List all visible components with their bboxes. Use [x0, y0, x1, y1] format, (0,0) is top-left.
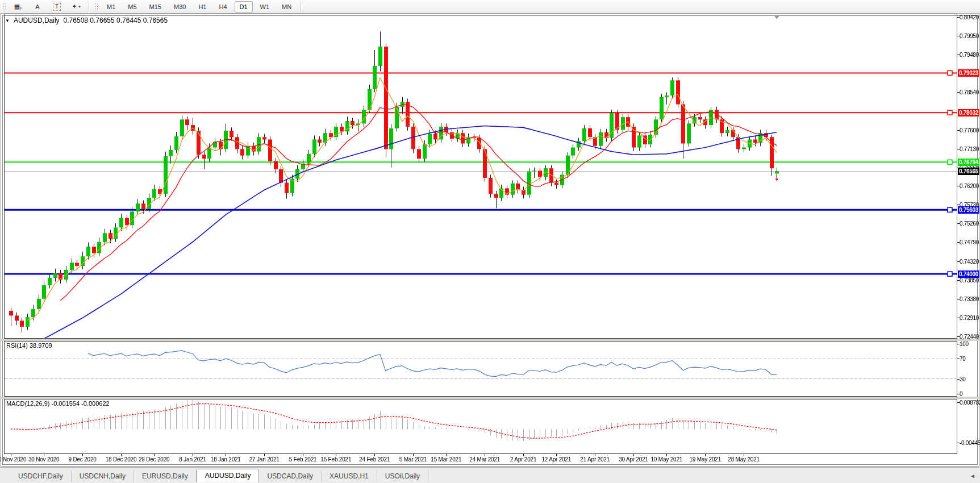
date-label: 15 Feb 2021	[320, 456, 351, 463]
date-label: 18 Jan 2021	[211, 456, 241, 463]
level-price-box[interactable]: 0.74000	[958, 270, 979, 278]
price-tick-label: 0.79950	[960, 33, 979, 39]
mt4-workspace: ▦FAT✦▾M1M5M15M30H1H4D1W1MN ▼ AUDUSD,Dail…	[0, 0, 980, 483]
rsi-tick-label: 70	[960, 356, 966, 362]
chart-symbol-period: AUDUSD,Daily	[14, 16, 60, 24]
tab-usdchf-daily[interactable]: USDCHF,Daily	[10, 470, 72, 482]
price-tick-label: 0.77130	[960, 145, 979, 152]
toolbar-separator	[89, 2, 90, 12]
tab-usdcad-daily[interactable]: USDCAD,Daily	[259, 470, 322, 482]
date-label: 18 Dec 2020	[106, 456, 137, 463]
price-tick-label: 0.75260	[960, 220, 979, 227]
tab-usdcnh-daily[interactable]: USDCNH,Daily	[72, 470, 134, 482]
price-tick-label: 0.72910	[960, 314, 979, 320]
chart-canvas[interactable]	[0, 0, 980, 483]
macd-tick-label: 0.008782	[960, 399, 980, 406]
chart-ohlc-values: 0.76508 0.76655 0.76445 0.76565	[64, 16, 168, 24]
rsi-tick-label: 30	[960, 376, 966, 382]
current-price-box: 0.76565	[958, 168, 979, 175]
rsi-tick-label: 0	[960, 391, 962, 397]
tab-scroll-left-icon[interactable]: ◄	[970, 473, 975, 479]
timeframe-button-h4[interactable]: H4	[214, 1, 232, 13]
price-tick-label: 0.77600	[960, 127, 979, 133]
date-label: 5 Mar 2021	[399, 456, 427, 463]
price-tick-label: 0.72440	[960, 333, 979, 339]
timeframe-button-d1[interactable]: D1	[235, 1, 253, 13]
timeframe-button-m5[interactable]: M5	[123, 1, 141, 13]
date-label: 15 Mar 2021	[431, 456, 461, 463]
timeframe-button-m15[interactable]: M15	[144, 1, 166, 13]
date-label: 24 Feb 2021	[359, 456, 390, 463]
date-label: 30 Nov 2020	[28, 456, 60, 463]
macd-tick-label: -0.00445	[960, 439, 980, 445]
price-tick-label: 0.76200	[960, 183, 979, 189]
price-tick-label: 0.73380	[960, 295, 979, 302]
tab-audusd-daily[interactable]: AUDUSD,Daily	[197, 469, 260, 482]
date-label: 12 Apr 2021	[541, 456, 571, 463]
chart-tab-bar: USDCHF,DailyUSDCNH,DailyEURUSD,DailyAUDU…	[0, 467, 980, 483]
price-tick-label: 0.73850	[960, 277, 979, 283]
timeframe-button-w1[interactable]: W1	[255, 1, 275, 13]
date-label: 20 Nov 2020	[0, 456, 26, 463]
price-tick-label: 0.80420	[960, 14, 979, 20]
toolbar-grip[interactable]	[95, 2, 98, 11]
chart-grid-icon[interactable]: ▦F	[9, 1, 27, 13]
date-label: 5 Feb 2021	[289, 456, 317, 463]
timeframe-button-m30[interactable]: M30	[169, 1, 191, 13]
level-price-box[interactable]: 0.76794	[958, 159, 979, 166]
macd-indicator-label: MACD(12,26,9) -0.001554 -0.000622	[6, 400, 110, 407]
level-price-box[interactable]: 0.78032	[958, 109, 979, 116]
timeframe-button-h1[interactable]: H1	[193, 1, 211, 13]
cursor-tool-icon[interactable]: ✦▾	[67, 1, 85, 13]
date-label: 9 Dec 2020	[69, 456, 97, 463]
tab-xauusd-h1[interactable]: XAUUSD,H1	[322, 470, 377, 482]
font-icon[interactable]: A	[28, 1, 47, 13]
price-tick-label: 0.78540	[960, 89, 979, 95]
date-label: 21 Apr 2021	[580, 456, 610, 463]
chart-title: ▼ AUDUSD,Daily 0.76508 0.76655 0.76445 0…	[5, 16, 168, 24]
date-label: 28 May 2021	[728, 456, 760, 463]
level-price-box[interactable]: 0.75603	[958, 206, 979, 214]
price-tick-label: 0.74790	[960, 239, 979, 245]
level-price-box[interactable]: 0.79023	[958, 69, 979, 77]
price-tick-label: 0.74320	[960, 258, 979, 264]
timeframe-button-m1[interactable]: M1	[102, 1, 120, 13]
timeframe-button-mn[interactable]: MN	[277, 1, 297, 13]
date-label: 10 May 2021	[650, 456, 682, 463]
toolbar-separator	[301, 2, 302, 12]
rsi-tick-label: 100	[960, 341, 969, 347]
date-label: 8 Jan 2021	[179, 456, 206, 463]
rsi-indicator-label: RSI(14) 38.9709	[6, 342, 52, 349]
date-label: 27 Jan 2021	[249, 456, 280, 463]
date-label: 30 Apr 2021	[619, 456, 648, 463]
date-label: 2 Apr 2021	[510, 456, 536, 463]
date-label: 24 Mar 2021	[469, 456, 500, 463]
price-tick-label: 0.79480	[960, 52, 979, 58]
main-toolbar: ▦FAT✦▾M1M5M15M30H1H4D1W1MN	[0, 0, 980, 14]
tab-eurusd-daily[interactable]: EURUSD,Daily	[134, 470, 197, 482]
date-label: 29 Dec 2020	[139, 456, 170, 463]
chart-menu-caret-icon[interactable]: ▼	[5, 18, 10, 23]
toolbar-grip[interactable]	[3, 2, 6, 11]
date-label: 19 May 2021	[689, 456, 721, 463]
text-label-icon[interactable]: T	[48, 1, 66, 13]
tab-usoil-daily[interactable]: USOil,Daily	[377, 470, 428, 482]
